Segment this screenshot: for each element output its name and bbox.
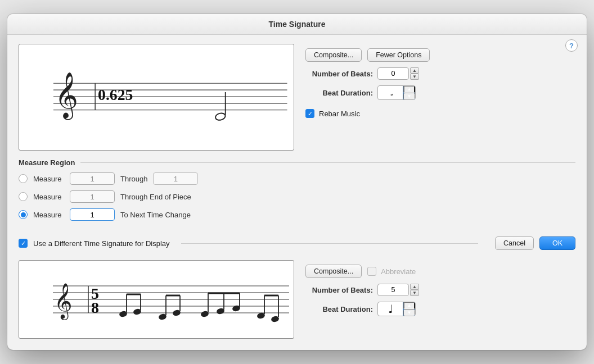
through-end-label: Through End of Piece [120, 193, 191, 201]
dialog-body: 𝄞 0.625 ? Composite... Fewer Options [7, 35, 587, 350]
radio-1[interactable] [19, 174, 28, 183]
duration-arrows-bottom: ▲ ▼ [403, 302, 415, 316]
cancel-button[interactable]: Cancel [495, 236, 534, 250]
beats-input[interactable] [377, 67, 409, 80]
bottom-beats-row: Number of Beats: ▲ ▼ [305, 284, 575, 296]
bottom-section: 𝄞 5 8 [19, 260, 575, 339]
measure-region-line [80, 162, 575, 163]
svg-text:0.625: 0.625 [98, 86, 133, 103]
radio-2[interactable] [19, 192, 28, 201]
beats-up-btn[interactable]: ▲ [410, 67, 419, 74]
abbreviate-checkbox[interactable] [367, 267, 376, 276]
measure-row-1: Measure Through [19, 172, 575, 185]
measure-input-1[interactable] [70, 172, 115, 185]
measure-row-3: Measure To Next Time Change [19, 208, 575, 221]
bottom-btn-row: Composite... Abbreviate [305, 265, 575, 278]
duration-select-bottom[interactable]: ♩ ▲ ▼ [377, 302, 416, 316]
measure-input-3[interactable] [70, 208, 115, 221]
rebar-checkbox[interactable]: ✓ [305, 109, 314, 118]
beats-spinner: ▲ ▼ [377, 67, 420, 80]
duration-down-bottom[interactable]: ▼ [403, 309, 415, 317]
bottom-beats-label: Number of Beats: [305, 286, 373, 294]
bottom-beats-spinner-btns: ▲ ▼ [410, 284, 420, 296]
svg-text:8: 8 [91, 299, 99, 316]
time-signature-dialog: Time Signature 𝄞 0.625 [7, 14, 587, 350]
bottom-beats-input[interactable] [377, 284, 409, 296]
composite-button-top[interactable]: Composite... [305, 48, 362, 62]
dialog-title: Time Signature [269, 20, 326, 29]
music-preview-bottom: 𝄞 5 8 [19, 260, 294, 339]
rebar-row: ✓ Rebar Music [305, 109, 575, 118]
music-preview-top: 𝄞 0.625 [19, 44, 294, 151]
bottom-duration-label: Beat Duration: [305, 305, 373, 313]
beats-label: Number of Beats: [305, 70, 373, 78]
right-panel-top: ? Composite... Fewer Options Number of B… [305, 44, 575, 118]
bottom-beats-spinner: ▲ ▼ [377, 284, 420, 296]
beats-field-row: Number of Beats: ▲ ▼ [305, 67, 575, 80]
bottom-beats-up[interactable]: ▲ [410, 284, 419, 290]
beats-spinner-btns: ▲ ▼ [410, 67, 420, 80]
duration-field-row: Beat Duration: 𝅗 ▲ ▼ [305, 85, 575, 100]
svg-text:𝄞: 𝄞 [55, 72, 78, 120]
radio-3[interactable] [19, 210, 28, 219]
measure-label-1: Measure [33, 175, 64, 183]
measure-label-3: Measure [33, 211, 64, 219]
measure-region-section: Measure Region Measure Through Measure T… [19, 156, 575, 229]
duration-value-top: 𝅗 [378, 85, 403, 100]
display-checkbox[interactable]: ✓ [19, 239, 28, 248]
svg-point-8 [215, 112, 226, 121]
middle-divider [181, 243, 478, 244]
duration-down-top[interactable]: ▼ [403, 93, 415, 101]
ok-button[interactable]: OK [539, 236, 575, 250]
radio-dot-3 [21, 212, 26, 217]
next-time-label: To Next Time Change [120, 211, 191, 219]
measure-row-2: Measure Through End of Piece [19, 190, 575, 203]
measure-region-title: Measure Region [19, 158, 75, 167]
rebar-label: Rebar Music [319, 110, 360, 118]
through-input-1[interactable] [153, 172, 198, 185]
through-label-1: Through [120, 175, 147, 183]
measure-label-2: Measure [33, 193, 64, 201]
bottom-right-panel: Composite... Abbreviate Number of Beats:… [305, 260, 575, 316]
bottom-duration-row: Beat Duration: ♩ ▲ ▼ [305, 302, 575, 316]
svg-text:𝄞: 𝄞 [54, 283, 73, 320]
fewer-options-button[interactable]: Fewer Options [367, 48, 430, 62]
abbreviate-row: Abbreviate [367, 265, 416, 278]
duration-select-top[interactable]: 𝅗 ▲ ▼ [377, 85, 416, 100]
display-checkbox-label: Use a Different Time Signature for Displ… [33, 239, 170, 248]
duration-up-bottom[interactable]: ▲ [403, 302, 415, 309]
middle-bar: ✓ Use a Different Time Signature for Dis… [19, 234, 575, 252]
top-section: 𝄞 0.625 ? Composite... Fewer Options [19, 44, 575, 151]
abbreviate-label: Abbreviate [381, 267, 416, 276]
duration-arrows-top: ▲ ▼ [403, 85, 415, 100]
duration-value-bottom: ♩ [378, 302, 403, 316]
measure-input-2[interactable] [70, 190, 115, 203]
duration-label: Beat Duration: [305, 89, 373, 97]
help-button[interactable]: ? [565, 39, 578, 52]
top-btn-row: Composite... Fewer Options [305, 48, 575, 62]
duration-up-top[interactable]: ▲ [403, 85, 415, 93]
dialog-title-bar: Time Signature [7, 14, 587, 35]
beats-down-btn[interactable]: ▼ [410, 74, 419, 80]
action-buttons: Cancel OK [495, 236, 575, 250]
measure-region-header: Measure Region [19, 158, 575, 167]
composite-button-bottom[interactable]: Composite... [305, 265, 362, 278]
bottom-beats-down[interactable]: ▼ [410, 290, 419, 296]
